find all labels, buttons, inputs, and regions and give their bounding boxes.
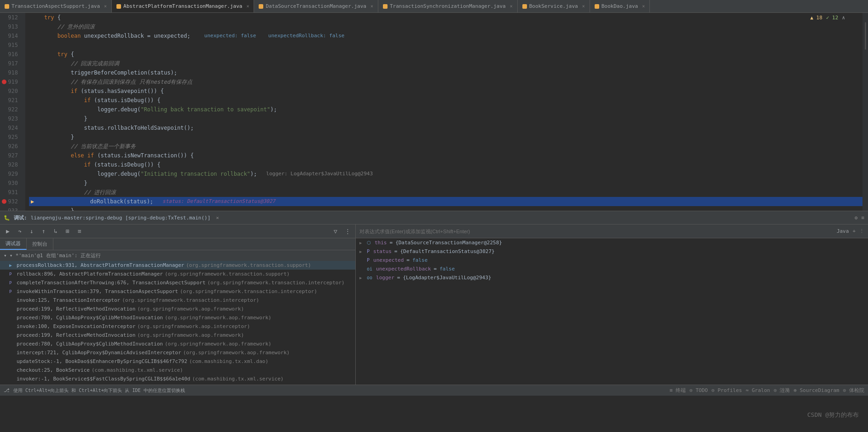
line-num-929: 929 (0, 169, 22, 179)
tab-transaction-aspect[interactable]: TransactionAspectSupport.java × (0, 0, 112, 12)
stack-frame-10[interactable]: intercept:721, CglibAopProxy$DynamicAdvi… (0, 348, 355, 357)
var-this[interactable]: ▶ ⬡ this = {DataSourceTransactionManager… (356, 238, 868, 247)
type-icon-this: ⬡ (367, 240, 371, 245)
stack-frame-2[interactable]: P completeTransactionAfterThrowing:676, … (0, 278, 355, 287)
java-icon (5, 4, 9, 9)
tab-debugger[interactable]: 调试器 (0, 238, 27, 250)
stack-frame-12[interactable]: checkout:25, BookService (com.mashibing.… (0, 366, 355, 374)
line-num-921: 921 (0, 96, 22, 105)
settings-icon[interactable]: ⚙ (855, 215, 858, 221)
line-num-931: 931 (0, 188, 22, 197)
close-session-btn[interactable]: × (216, 215, 219, 221)
add-watch-btn[interactable]: + (852, 228, 856, 234)
close-icon[interactable]: × (582, 4, 585, 9)
tab-label: AbstractPlatformTransactionManager.java (123, 3, 242, 9)
step-out-btn[interactable]: ↑ (39, 226, 49, 236)
type-icon-unexpected: P (367, 258, 370, 263)
checkup-btn[interactable]: ⊙ 体检院 (843, 387, 864, 394)
stack-frame-0[interactable]: ▶ processRollback:931, AbstractPlatformT… (0, 261, 355, 270)
call-stack-header[interactable]: ▾ ▾ *'main'@1 在组'main': 正在运行 (0, 250, 355, 261)
method-name: processRollback:931, AbstractPlatformTra… (17, 262, 184, 268)
debug-title: 调试: (14, 214, 27, 221)
class-info: (org.springframework.aop.framework) (165, 341, 272, 347)
tab-book-service[interactable]: BookService.java × (518, 0, 590, 12)
tab-tx-sync[interactable]: TransactionSynchronizationManager.java × (378, 0, 518, 12)
terminal-btn[interactable]: ≡ 终端 (670, 387, 686, 394)
line-num-920: 920 (0, 86, 22, 96)
p-icon: P (9, 289, 15, 294)
line-num-927: 927 (0, 151, 22, 160)
stack-frame-5[interactable]: proceed:199, ReflectiveMethodInvocation … (0, 305, 355, 313)
stack-frame-1[interactable]: P rollback:896, AbstractPlatformTransact… (0, 270, 355, 278)
stack-frame-9[interactable]: proceed:780, CglibAopProxy$CglibMethodIn… (0, 340, 355, 348)
var-eq: = (406, 257, 410, 263)
code-line-924: status.rollbackToHeldSavepoint(); (29, 123, 868, 132)
var-value-this: {DataSourceTransactionManager@2258} (395, 240, 502, 246)
stack-frame-4[interactable]: invoke:125, TransactionInterceptor (org.… (0, 296, 355, 305)
close-icon[interactable]: × (510, 4, 513, 9)
line-num-930: 930 (0, 179, 22, 188)
step-into-btn[interactable]: ↓ (27, 226, 37, 236)
profiles-btn[interactable]: ⊙ Profiles (712, 387, 742, 393)
tab-console[interactable]: 控制台 (27, 238, 53, 250)
version-control-icon[interactable]: ⎇ (4, 387, 10, 393)
stack-frame-8[interactable]: proceed:199, ReflectiveMethodInvocation … (0, 331, 355, 340)
var-unexpected[interactable]: P unexpected = false (356, 256, 868, 265)
eval-lang-label: Java (837, 228, 849, 234)
var-logger[interactable]: ▶ oo logger = {LogAdapter$JavaUtilLog@29… (356, 273, 868, 282)
close-icon[interactable]: × (246, 4, 249, 9)
java-icon (595, 4, 599, 9)
breakpoint-932[interactable] (2, 199, 6, 204)
type-icon-status: P (367, 249, 370, 254)
gralon-btn[interactable]: ≈ Gralon (746, 387, 770, 393)
run-to-cursor-btn[interactable]: ↳ (51, 226, 61, 236)
ripple-btn[interactable]: ⊙ 涟漪 (774, 387, 790, 394)
debug-session-label[interactable]: lianpengju-master:spring-debug [spring-d… (31, 215, 211, 221)
var-unexpectedrollback[interactable]: oi unexpectedRollback = false (356, 265, 868, 273)
tab-label: BookService.java (529, 3, 578, 9)
indicators: ▲ 18 ✓ 12 ∧ (810, 15, 845, 21)
class-info: (org.springframework.transaction.interce… (208, 280, 345, 286)
java-icon (522, 4, 527, 9)
close-icon[interactable]: × (642, 4, 645, 9)
code-line-929: logger.debug("Initiating transaction rol… (29, 169, 868, 179)
stack-frame-7[interactable]: invoke:100, ExposeInvocationInterceptor … (0, 322, 355, 331)
close-icon[interactable]: × (104, 4, 107, 9)
debug-tabs: 调试器 控制台 (0, 238, 355, 250)
header-expand-icon: ▾ (4, 253, 7, 259)
options-icon[interactable]: ≡ (861, 215, 864, 221)
line-num-918: 918 (0, 68, 22, 77)
var-name-status: status (373, 248, 392, 254)
source-diagram-btn[interactable]: ⊕ SourceDiagram (793, 387, 839, 393)
stack-frame-13[interactable]: invoker:-1, BookService$$FastClassBySpri… (0, 374, 355, 383)
evaluate-btn[interactable]: ⊞ (63, 226, 73, 236)
resume-btn[interactable]: ▶ (3, 226, 13, 236)
more-btn[interactable]: ≡ (75, 226, 85, 236)
code-line-915 (29, 40, 868, 50)
var-status[interactable]: ▶ P status = {DefaultTransactionStatus@3… (356, 247, 868, 256)
stack-frame-3[interactable]: P invokeWithinTransaction:379, Transacti… (0, 287, 355, 296)
method-name: proceed:780, CglibAopProxy$CglibMethodIn… (17, 315, 163, 321)
tab-abstract-platform[interactable]: AbstractPlatformTransactionManager.java … (112, 0, 254, 12)
breakpoint-919[interactable] (2, 80, 6, 84)
eval-input[interactable] (359, 229, 833, 234)
method-name: rollback:896, AbstractPlatformTransactio… (17, 271, 163, 277)
method-name: proceed:780, CglibAopProxy$CglibMethodIn… (17, 341, 163, 347)
more-options-btn[interactable]: ⋮ (859, 228, 864, 234)
step-over-btn[interactable]: ↷ (15, 226, 25, 236)
line-num-916: 916 (0, 50, 22, 59)
close-icon[interactable]: × (370, 4, 373, 9)
debug-session-bar: 🐛 调试: lianpengju-master:spring-debug [sp… (0, 211, 868, 225)
stack-frame-6[interactable]: proceed:780, CglibAopProxy$CglibMethodIn… (0, 313, 355, 322)
todo-btn[interactable]: ⊙ TODO (689, 387, 708, 393)
expand-icon: ▶ (359, 276, 364, 280)
scrollbar-minimap[interactable] (862, 13, 868, 211)
var-value-status: {DefaultTransactionStatus@3027} (400, 248, 494, 254)
stack-frame-11[interactable]: updateStock:-1, BookDao$$EnhancerBySprin… (0, 357, 355, 366)
code-line-916: try { (29, 50, 868, 59)
tab-book-dao[interactable]: BookDao.java × (590, 0, 650, 12)
tab-datasource-tx[interactable]: DataSourceTransactionManager.java × (254, 0, 378, 12)
layout-btn[interactable]: ⋮ (342, 226, 353, 236)
nav-arrow[interactable]: ∧ (842, 15, 845, 21)
filter-btn[interactable]: ▽ (330, 226, 341, 236)
